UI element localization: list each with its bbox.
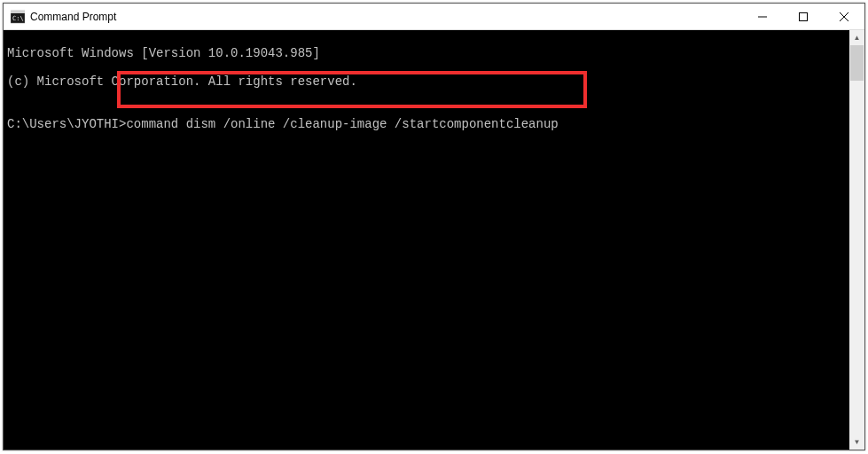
vertical-scrollbar[interactable]: ▲ ▼ [849,30,864,450]
chevron-up-icon: ▲ [854,35,861,42]
svg-text:C:\: C:\ [12,15,24,22]
svg-rect-1 [11,11,25,13]
maximize-button[interactable] [783,4,824,29]
terminal-area: Microsoft Windows [Version 10.0.19043.98… [4,30,864,450]
svg-rect-4 [800,12,808,20]
terminal-line: Microsoft Windows [Version 10.0.19043.98… [7,46,849,60]
terminal-line: (c) Microsoft Corporation. All rights re… [7,74,849,89]
command-prompt-window: C:\ Command Prompt Microsoft Windows [Ve… [3,3,865,450]
window-title: Command Prompt [30,11,742,23]
scroll-track[interactable] [849,45,864,434]
window-controls [742,4,864,29]
prompt-line: C:\Users\JYOTHI>command dism /online /cl… [7,117,849,131]
scroll-up-button[interactable]: ▲ [849,30,864,45]
chevron-down-icon: ▼ [854,439,861,446]
scroll-down-button[interactable]: ▼ [849,434,864,450]
terminal[interactable]: Microsoft Windows [Version 10.0.19043.98… [4,30,849,450]
minimize-button[interactable] [742,4,783,29]
titlebar[interactable]: C:\ Command Prompt [4,4,864,30]
scroll-thumb[interactable] [850,45,864,81]
cmd-icon: C:\ [11,10,25,24]
close-button[interactable] [824,4,864,29]
command-text: command dism /online /cleanup-image /sta… [126,117,558,131]
prompt: C:\Users\JYOTHI> [7,117,126,131]
